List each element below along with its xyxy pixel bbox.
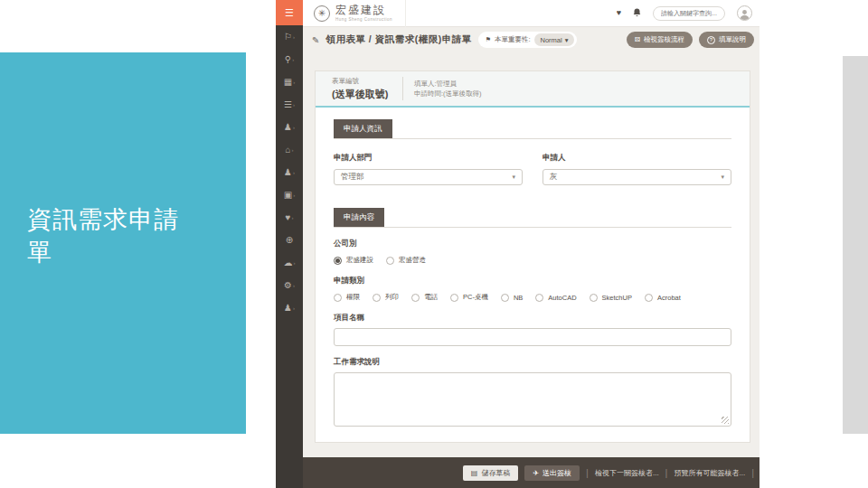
importance-label: 本單重要性: xyxy=(495,35,531,44)
resize-handle[interactable] xyxy=(722,417,729,424)
sidebar-item-favorites[interactable]: ♥ › xyxy=(276,206,303,229)
chevron-right-icon: › xyxy=(293,80,295,85)
submit-label: 送出簽核 xyxy=(542,468,571,478)
category-option-1[interactable]: 權限 xyxy=(334,293,360,302)
importance-value: Normal xyxy=(541,36,562,44)
user-avatar[interactable] xyxy=(737,5,752,21)
category-option-7-label: SketchUP xyxy=(602,294,632,302)
search-icon: ⚲ xyxy=(285,54,291,64)
radio-unchecked-icon xyxy=(535,294,543,302)
toolbar: ✎ 領用表單 / 資訊需求(權限)申請單 ⚑ 本單重要性: Normal ▾ ⚄… xyxy=(303,27,760,52)
footer-separator: | xyxy=(665,467,668,478)
heart-icon: ♥ xyxy=(286,212,291,222)
company-option-1[interactable]: 宏盛建設 xyxy=(334,256,373,265)
sidebar-item-cloud[interactable]: ☁ › xyxy=(276,251,303,274)
sidebar-item-settings[interactable]: ⚙ › xyxy=(276,274,303,296)
save-icon: ▤ xyxy=(471,469,478,477)
view-next-approver-link[interactable]: 檢視下一關簽核者... xyxy=(595,468,659,478)
category-option-6-label: AutoCAD xyxy=(548,294,576,302)
chevron-right-icon: › xyxy=(292,57,294,62)
favorites-heart-icon[interactable]: ♥ xyxy=(617,9,621,17)
help-button-label: 填單說明 xyxy=(719,35,746,44)
sidebar-item-users[interactable]: ♟ › xyxy=(276,161,303,183)
sidebar-item-building[interactable]: ⌂ › xyxy=(276,138,303,161)
chevron-right-icon: › xyxy=(293,283,295,288)
tab-applicant-info: 申請人資訊 xyxy=(334,119,392,138)
save-draft-button[interactable]: ▤ 儲存草稿 xyxy=(463,465,519,481)
sidebar-item-team[interactable]: ♟ › xyxy=(276,296,303,319)
importance-pill: ⚑ 本單重要性: Normal ▾ xyxy=(478,32,578,48)
chevron-right-icon: › xyxy=(294,260,296,266)
breadcrumb[interactable]: 領用表單 / 資訊需求(權限)申請單 xyxy=(326,33,471,46)
question-icon: ? xyxy=(707,36,715,44)
table-icon: ▦ xyxy=(284,77,292,87)
slide-title-panel: 資訊需求申請單 xyxy=(0,52,246,434)
chevron-right-icon: › xyxy=(293,170,295,175)
importance-dropdown[interactable]: Normal ▾ xyxy=(534,33,575,46)
users-icon: ♟ xyxy=(284,167,292,177)
category-option-8[interactable]: Acrobat xyxy=(645,294,681,302)
team-icon: ♟ xyxy=(284,303,292,313)
category-option-3[interactable]: 電話 xyxy=(411,293,438,302)
sidebar-item-user[interactable]: ♟ › xyxy=(276,116,303,138)
radio-unchecked-icon xyxy=(386,257,394,265)
form-help-button[interactable]: ? 填單說明 xyxy=(699,32,754,48)
hamburger-menu-button[interactable]: ☰ xyxy=(276,0,303,25)
sidebar-item-globe[interactable]: ⊕ xyxy=(276,229,303,251)
applicant-name-select[interactable]: 灰 ▾ xyxy=(542,169,731,185)
view-approval-flow-button[interactable]: ⚄ 檢視簽核流程 xyxy=(627,32,693,48)
form-filler: 填單人:管理員 xyxy=(414,79,482,89)
sidebar-item-forms[interactable]: ▦ › xyxy=(276,70,303,93)
tab-application-content: 申請內容 xyxy=(334,208,384,227)
radio-unchecked-icon xyxy=(373,294,381,302)
notifications-bell-icon[interactable] xyxy=(633,8,641,19)
category-radio-group: 權限 列印 電話 PC-桌機 xyxy=(334,293,731,302)
chevron-right-icon: › xyxy=(292,147,294,153)
sidebar-item-list[interactable]: ☰ › xyxy=(276,93,303,116)
applicant-name-label: 申請人 xyxy=(542,153,731,164)
category-option-7[interactable]: SketchUP xyxy=(590,294,632,302)
sidebar-item-archive[interactable]: ▣ › xyxy=(276,183,303,206)
flow-button-label: 檢視簽核流程 xyxy=(644,35,684,44)
chevron-right-icon: › xyxy=(293,192,295,198)
chevron-right-icon: › xyxy=(293,125,295,130)
category-option-6[interactable]: AutoCAD xyxy=(535,294,576,302)
save-draft-label: 儲存草稿 xyxy=(481,468,510,478)
radio-unchecked-icon xyxy=(645,294,653,302)
category-option-4-label: PC-桌機 xyxy=(463,293,488,302)
sidebar-item-search[interactable]: ⚲ › xyxy=(276,48,303,70)
submit-approval-button[interactable]: ✈ 送出簽核 xyxy=(524,465,580,481)
cloud-icon: ☁ xyxy=(284,258,293,267)
item-name-input[interactable] xyxy=(334,328,731,346)
form-number-value: (送單後取號) xyxy=(332,88,402,101)
pin-icon: ⚐ xyxy=(284,32,292,42)
globe-icon: ⊕ xyxy=(286,235,293,245)
chevron-right-icon: › xyxy=(293,34,295,40)
gear-icon: ⚙ xyxy=(284,280,292,290)
preview-approvers-link[interactable]: 預覽所有可能簽核者... xyxy=(674,468,745,478)
sitemap-icon: ⚄ xyxy=(635,36,640,43)
category-option-5[interactable]: NB xyxy=(501,294,523,302)
work-description-textarea[interactable] xyxy=(334,372,731,427)
category-option-4[interactable]: PC-桌機 xyxy=(450,293,488,302)
building-icon: ⌂ xyxy=(285,145,290,155)
applicant-dept-select[interactable]: 管理部 ▾ xyxy=(334,169,523,185)
company-option-2[interactable]: 宏盛營造 xyxy=(386,256,426,265)
app-window: ☰ ⚐ › ⚲ › ▦ › ☰ › ♟ › ⌂ xyxy=(276,0,760,488)
user-icon: ♟ xyxy=(284,122,292,132)
radio-unchecked-icon xyxy=(334,294,342,302)
chevron-right-icon: › xyxy=(293,305,295,311)
search-input[interactable] xyxy=(653,6,725,21)
company-option-1-label: 宏盛建設 xyxy=(346,256,373,265)
sidebar: ☰ ⚐ › ⚲ › ▦ › ☰ › ♟ › ⌂ xyxy=(276,0,303,488)
radio-unchecked-icon xyxy=(411,294,420,302)
applicant-section-tabbar: 申請人資訊 xyxy=(334,118,731,139)
form-header: 表單編號 (送單後取號) 填單人:管理員 申請時間:(送單後取得) xyxy=(316,71,750,108)
item-name-label: 項目名稱 xyxy=(334,313,731,324)
sidebar-item-pin[interactable]: ⚐ › xyxy=(276,25,303,48)
category-option-2-label: 列印 xyxy=(385,293,399,302)
company-logo[interactable]: ✳ 宏盛建設 Hung Sheng Construction xyxy=(303,0,406,27)
radio-unchecked-icon xyxy=(590,294,598,302)
topbar-actions: ♥ xyxy=(617,5,760,21)
category-option-2[interactable]: 列印 xyxy=(373,293,399,302)
